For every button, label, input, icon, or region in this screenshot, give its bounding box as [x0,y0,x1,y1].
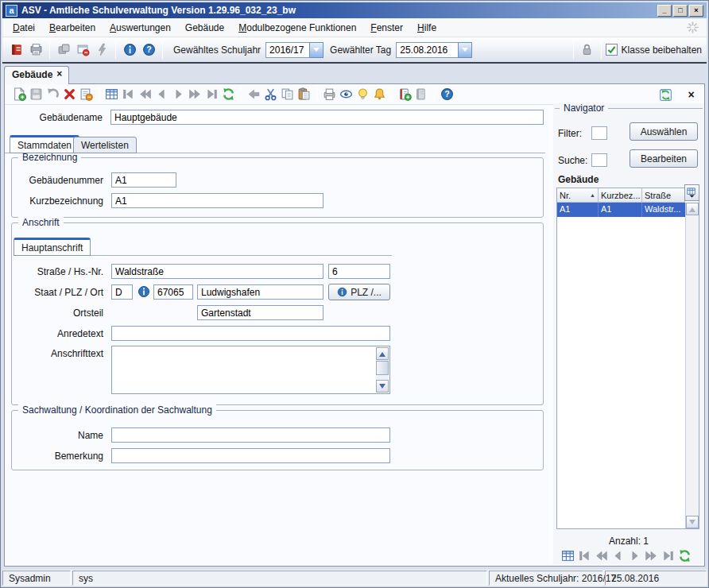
panel-close-button[interactable]: × [683,86,699,103]
help-icon[interactable] [439,86,455,103]
refresh-icon[interactable] [676,547,693,563]
ort-input[interactable] [197,284,324,300]
anredetext-input[interactable] [111,326,390,341]
menu-item-datei[interactable]: Datei [6,19,42,37]
chevron-down-icon[interactable] [458,42,472,58]
tab-close-icon[interactable]: × [56,69,62,79]
suche-checkbox[interactable] [591,153,607,167]
anschrifttext-scrollbar[interactable] [376,347,389,393]
menu-item-fenster[interactable]: Fenster [363,19,410,37]
first-record-icon[interactable] [576,547,593,563]
hint-icon[interactable] [354,86,371,103]
quick-action-icon[interactable] [92,41,111,60]
navigator-panel: Navigator Filter: Auswählen Suche: Bearb… [553,103,704,564]
refresh-icon[interactable] [220,86,237,103]
last-record-icon[interactable] [660,547,676,563]
status-user: Sysadmin [2,571,71,586]
menu-item-hilfe[interactable]: Hilfe [410,19,444,37]
notes-icon[interactable] [413,86,430,103]
auswaehlen-button[interactable]: Auswählen [630,122,698,141]
kurzbezeichnung-input[interactable] [111,193,324,208]
bearbeiten-button[interactable]: Bearbeiten [630,149,698,168]
tab-stammdaten[interactable]: Stammdaten [10,135,79,153]
sachwaltung-name-input[interactable] [111,427,390,443]
tag-combo[interactable] [396,42,472,58]
record-count: Anzahl: 1 [555,536,703,547]
tab-wertelisten[interactable]: Wertelisten [73,137,137,153]
previous-record-icon[interactable] [610,547,626,563]
preview-icon[interactable] [338,86,354,103]
lock-icon[interactable] [578,41,597,60]
ortsteil-input[interactable] [197,305,324,320]
cut-icon[interactable] [262,86,279,103]
column-picker-icon[interactable] [684,184,699,201]
menu-item-gebaeude[interactable]: Gebäude [178,19,231,37]
plz-input[interactable] [153,284,193,300]
scrollbar-up-button[interactable] [376,347,389,360]
back-navigation-icon[interactable] [246,86,262,103]
column-header-nr[interactable]: Nr.▲ [557,188,599,203]
info-icon[interactable] [120,41,139,60]
staat-info-icon[interactable] [138,285,150,298]
scrollbar-down-button[interactable] [686,516,699,528]
status-date: 25.08.2016 [605,571,707,586]
first-record-icon[interactable] [120,86,137,103]
last-record-icon[interactable] [203,86,220,103]
chevron-down-icon[interactable] [309,42,324,58]
help-icon[interactable] [139,41,158,60]
scrollbar-thumb[interactable] [376,361,389,375]
menu-item-auswertungen[interactable]: Auswertungen [103,19,178,37]
gebaeudename-input[interactable] [110,110,544,125]
delete-record-icon[interactable] [61,86,78,103]
fast-forward-icon[interactable] [643,547,660,563]
undo-icon[interactable] [45,86,61,103]
save-icon[interactable] [28,86,45,103]
tab-gebaeude[interactable]: Gebäude × [4,66,69,84]
next-record-icon[interactable] [626,547,643,563]
duplicate-icon[interactable] [54,41,73,60]
fast-forward-icon[interactable] [187,86,203,103]
print-icon[interactable] [321,86,338,103]
paste-icon[interactable] [296,86,312,103]
bemerkung-input[interactable] [111,448,390,463]
new-record-icon[interactable] [11,86,28,103]
staat-input[interactable] [111,284,133,300]
gebaeudenummer-input[interactable] [111,172,176,188]
maximize-button[interactable]: □ [673,5,688,17]
report-print-icon[interactable] [26,41,45,60]
fast-backward-icon[interactable] [593,547,610,563]
module-book-icon[interactable] [7,41,26,60]
column-header-strasse[interactable]: Straße [642,188,685,203]
tab-hauptanschrift[interactable]: Hauptanschrift [14,238,91,256]
panel-switch-icon[interactable] [657,86,674,103]
reminder-icon[interactable] [371,86,388,103]
menu-item-modulbezogene-funktionen[interactable]: Modulbezogene Funktionen [231,19,363,37]
close-button[interactable]: × [689,5,703,17]
column-header-kurzbez[interactable]: Kurzbez... [599,188,642,203]
main-toolbar: Gewähltes Schuljahr Gewählter Tag Klasse… [2,37,707,64]
minimize-button[interactable]: _ [657,5,672,17]
copy-icon[interactable] [279,86,296,103]
cancel-edit-icon[interactable] [78,86,95,103]
schuljahr-combo[interactable] [265,42,324,58]
strasse-input[interactable] [111,264,324,279]
tag-input[interactable] [396,42,458,58]
table-view-icon[interactable] [103,86,120,103]
previous-record-icon[interactable] [153,86,170,103]
hausnummer-input[interactable] [328,264,390,279]
table-view-icon[interactable] [560,547,576,563]
anschrifttext-textarea[interactable] [111,346,390,394]
table-row[interactable]: A1 A1 Waldstr... [557,203,685,217]
next-record-icon[interactable] [170,86,187,103]
add-note-icon[interactable] [397,86,413,103]
filter-checkbox[interactable] [591,126,607,140]
scrollbar-down-button[interactable] [376,380,389,393]
klasse-beibehalten-checkbox[interactable] [606,44,618,56]
close-window-icon[interactable] [73,41,92,60]
scrollbar-up-button[interactable] [686,203,699,215]
fast-backward-icon[interactable] [137,86,153,103]
plz-lookup-button[interactable]: PLZ /... [328,284,390,300]
schuljahr-input[interactable] [265,42,309,58]
menu-item-bearbeiten[interactable]: Bearbeiten [42,19,103,37]
table-scrollbar[interactable] [685,203,699,528]
